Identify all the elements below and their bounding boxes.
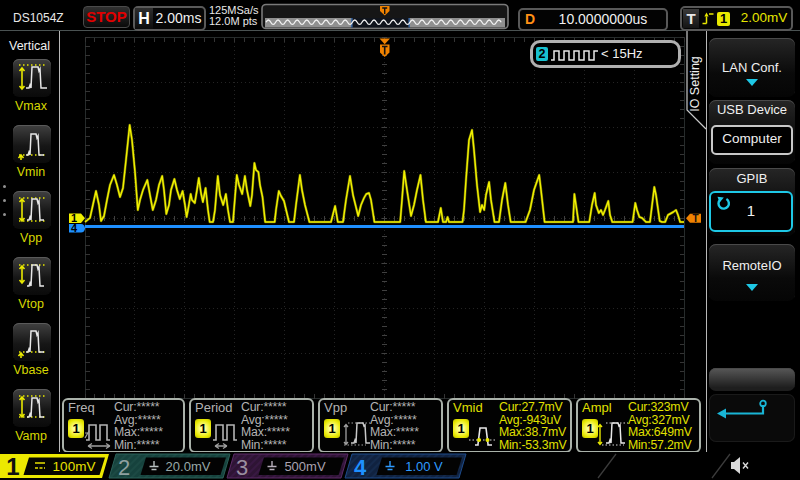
svg-text:4: 4 [71, 222, 78, 234]
svg-text:4: 4 [354, 455, 367, 480]
svg-text:20.0mV: 20.0mV [166, 459, 211, 474]
svg-text:T: T [692, 213, 698, 224]
svg-text:500mV: 500mV [284, 459, 326, 474]
svg-text:100mV: 100mV [53, 459, 96, 474]
svg-text:3: 3 [236, 455, 248, 480]
svg-text:2: 2 [118, 455, 130, 480]
svg-text:1.00 V: 1.00 V [405, 459, 443, 474]
svg-text:1: 1 [6, 453, 19, 480]
